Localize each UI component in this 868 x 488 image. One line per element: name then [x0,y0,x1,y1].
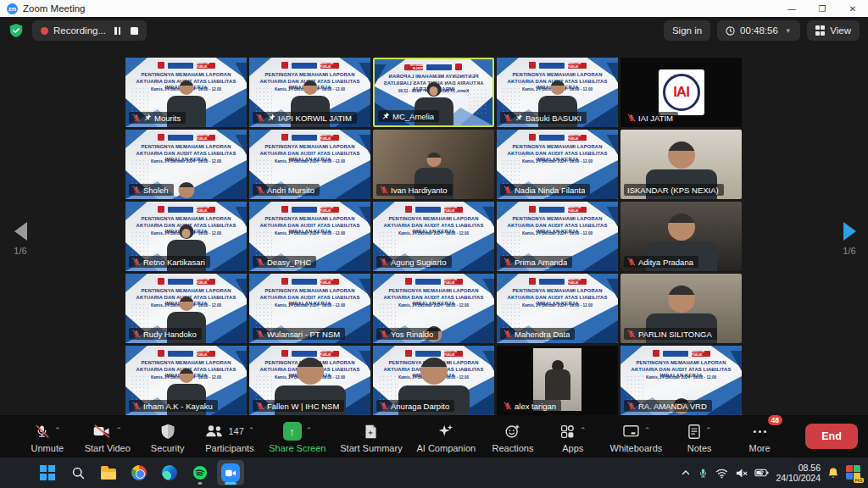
wifi-icon[interactable] [715,468,728,479]
apps-chevron[interactable]: ⌃ [580,426,587,435]
end-meeting-button[interactable]: End [805,424,858,449]
participant-name-label: ISKANDAR (KPS NEXIA) [624,184,724,196]
battery-icon[interactable] [754,468,769,478]
iai-jatim-logo: IAI [659,69,704,115]
participant-name: Ivan Hardiyanto [391,186,448,195]
participants-button[interactable]: 147 ⌃ Participants [204,419,254,453]
mic-muted-icon [380,186,388,194]
window-titlebar: zm Zoom Meeting — ❐ ✕ [0,0,868,17]
tray-expand-chevron[interactable] [681,468,691,478]
mic-muted-icon [34,424,50,440]
participant-tile[interactable]: AUDITOR PUBLIK PENTINGNYA MEMAHAMI LAPOR… [125,274,247,343]
participant-tile[interactable]: AUDITOR PUBLIK PENTINGNYA MEMAHAMI LAPOR… [373,58,494,127]
clock-icon [726,26,735,36]
edge-button[interactable] [156,460,183,485]
reactions-button[interactable]: Reactions [490,419,536,453]
mic-muted-icon [380,258,388,266]
ai-companion-button[interactable]: AI Companion [416,419,476,453]
start-button[interactable] [34,460,61,485]
participant-tile[interactable]: AUDITOR PUBLIK PENTINGNYA MEMAHAMI LAPOR… [620,58,742,127]
participants-icon [204,424,224,439]
participant-tile[interactable]: AUDITOR PUBLIK PENTINGNYA MEMAHAMI LAPOR… [373,274,494,343]
notes-chevron[interactable]: ⌃ [705,426,712,435]
search-icon [71,466,86,480]
next-page-arrow-icon[interactable] [843,222,856,241]
webinar-banner-schedule: Kamis, 24 Oktober 2024 · 09.00 - 12.00 [258,303,362,308]
participant-tile[interactable]: AUDITOR PUBLIK PENTINGNYA MEMAHAMI LAPOR… [249,274,370,343]
participant-tile[interactable]: AUDITOR PUBLIK PENTINGNYA MEMAHAMI LAPOR… [125,202,247,271]
next-page-control[interactable]: 1/6 [832,222,866,256]
participant-tile[interactable]: AUDITOR PUBLIK PENTINGNYA MEMAHAMI LAPOR… [249,346,370,415]
participant-tile[interactable]: AUDITOR PUBLIK PENTINGNYA MEMAHAMI LAPOR… [125,58,247,127]
minimize-button[interactable]: — [776,0,807,17]
pause-recording-button[interactable] [114,27,120,35]
participant-tile[interactable]: AUDITOR PUBLIK PENTINGNYA MEMAHAMI LAPOR… [620,274,742,343]
participant-name: alex tarigan [515,402,556,411]
whiteboards-button[interactable]: ⌃ Whiteboards [610,419,663,453]
taskbar-search-button[interactable] [64,460,92,485]
share-options-chevron[interactable]: ⌃ [306,426,313,435]
participant-tile[interactable]: AUDITOR PUBLIK PENTINGNYA MEMAHAMI LAPOR… [125,346,247,415]
notes-button[interactable]: ⌃ Notes [676,419,722,453]
participants-chevron[interactable]: ⌃ [248,426,255,435]
share-screen-button[interactable]: ↑ ⌃ Share Screen [269,419,326,453]
audio-options-chevron[interactable]: ⌃ [54,426,61,435]
taskbar-clock[interactable]: 08.56 24/10/2024 [776,463,821,484]
participant-tile[interactable]: AUDITOR PUBLIK PENTINGNYA MEMAHAMI LAPOR… [497,130,618,199]
iai-logo [529,206,536,213]
close-button[interactable]: ✕ [837,0,868,17]
participant-tile[interactable]: AUDITOR PUBLIK PENTINGNYA MEMAHAMI LAPOR… [125,130,247,199]
stop-recording-button[interactable] [131,27,138,35]
file-explorer-button[interactable] [95,460,122,485]
participant-tile[interactable]: AUDITOR PUBLIK PENTINGNYA MEMAHAMI LAPOR… [249,130,370,199]
participant-name-label: Nadia Ninda Filanta [500,184,590,196]
recording-dot-icon [41,27,48,35]
maximize-button[interactable]: ❐ [807,0,837,17]
sign-in-button[interactable]: Sign in [664,20,710,41]
zoom-taskbar-button[interactable] [217,460,244,485]
meeting-timer[interactable]: 00:48:56 ▼ [717,20,800,41]
participant-tile[interactable]: AUDITOR PUBLIK PENTINGNYA MEMAHAMI LAPOR… [497,346,618,415]
participant-tile[interactable]: AUDITOR PUBLIK PENTINGNYA MEMAHAMI LAPOR… [497,58,618,127]
participant-name-label: Mahendra Data [500,328,575,340]
edge-icon [162,465,177,480]
participant-tile[interactable]: AUDITOR PUBLIK PENTINGNYA MEMAHAMI LAPOR… [620,202,742,271]
timer-value: 00:48:56 [740,25,778,36]
view-button[interactable]: View [807,20,860,41]
iai-logo [281,206,288,213]
spotify-button[interactable] [186,460,214,485]
notification-bell-icon[interactable] [827,467,839,480]
tray-app-icon[interactable]: PAS [846,465,861,480]
more-button[interactable]: More 48 [737,419,782,453]
participant-tile[interactable]: AUDITOR PUBLIK PENTINGNYA MEMAHAMI LAPOR… [249,58,370,127]
volume-muted-icon[interactable] [735,468,748,479]
participant-tile[interactable]: AUDITOR PUBLIK PENTINGNYA MEMAHAMI LAPOR… [249,202,370,271]
participant-tile[interactable]: AUDITOR PUBLIK PENTINGNYA MEMAHAMI LAPOR… [620,130,742,199]
tray-mic-icon[interactable] [698,468,709,479]
start-video-button[interactable]: ⌃ Start Video [85,419,131,453]
unmute-button[interactable]: ⌃ Unmute [25,419,70,453]
participant-name-label: Fallen W | IHC NSM [253,400,344,412]
iapi-logo [539,135,565,141]
participant-name: Aditya Pradana [638,258,693,267]
previous-page-arrow-icon[interactable] [14,222,27,241]
whiteboards-chevron[interactable]: ⌃ [644,426,651,435]
iai-logo [405,206,412,213]
participant-tile[interactable]: AUDITOR PUBLIK PENTINGNYA MEMAHAMI LAPOR… [497,202,618,271]
gallery-view-icon [815,25,826,36]
start-summary-button[interactable]: Start Summary [340,419,402,453]
previous-page-control[interactable]: 1/6 [3,222,37,256]
participant-tile[interactable]: AUDITOR PUBLIK PENTINGNYA MEMAHAMI LAPOR… [373,202,494,271]
video-options-chevron[interactable]: ⌃ [115,426,122,435]
chrome-button[interactable] [125,460,153,485]
encryption-shield-icon[interactable] [8,23,24,38]
participant-tile[interactable]: AUDITOR PUBLIK PENTINGNYA MEMAHAMI LAPOR… [497,274,618,343]
iapi-logo [539,279,565,285]
participant-tile[interactable]: AUDITOR PUBLIK PENTINGNYA MEMAHAMI LAPOR… [373,346,494,415]
participant-tile[interactable]: AUDITOR PUBLIK PENTINGNYA MEMAHAMI LAPOR… [620,346,742,415]
spotlight-pin-icon [515,114,523,122]
participant-tile[interactable]: AUDITOR PUBLIK PENTINGNYA MEMAHAMI LAPOR… [373,130,494,199]
webinar-logos: AUDITOR PUBLIK [249,134,370,141]
apps-button[interactable]: ⌃ Apps [550,419,596,453]
security-button[interactable]: Security [145,419,191,453]
